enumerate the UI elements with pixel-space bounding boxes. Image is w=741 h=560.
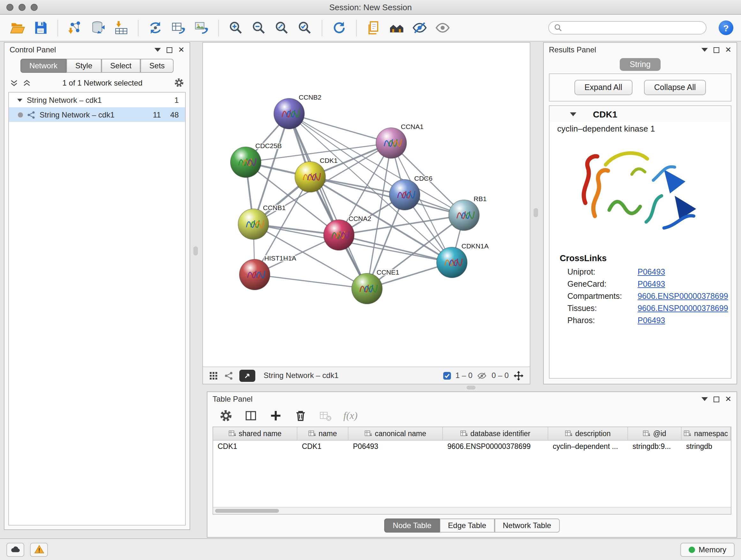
splitter-handle-left[interactable]	[193, 246, 198, 255]
network-options-gear-icon[interactable]	[174, 77, 185, 88]
results-panel-float-icon[interactable]	[701, 48, 708, 52]
close-window-button[interactable]	[6, 4, 13, 11]
expand-all-button[interactable]: Expand All	[575, 80, 632, 95]
cell-id[interactable]: stringdb:9...	[628, 441, 682, 453]
horizontal-scrollbar[interactable]	[213, 507, 731, 514]
zoom-in-button[interactable]	[226, 18, 246, 38]
cell-canonical-name[interactable]: P06493	[348, 441, 443, 453]
control-panel-maximize-icon[interactable]	[166, 47, 172, 53]
minimize-window-button[interactable]	[18, 4, 25, 11]
import-network-file-button[interactable]	[65, 18, 85, 38]
table-panel-close-icon[interactable]: ✕	[725, 395, 731, 403]
zoom-fit-button[interactable]	[272, 18, 292, 38]
edge-CCNE1-HIST1H1A[interactable]	[255, 274, 367, 289]
tab-style[interactable]: Style	[66, 59, 101, 73]
cell-shared-name[interactable]: CDK1	[213, 441, 297, 453]
edge-CCNB2-CCNA1[interactable]	[289, 114, 391, 143]
show-columns-icon[interactable]	[244, 409, 258, 423]
crosslink-compartments-link[interactable]: 9606.ENSP00000378699	[637, 292, 728, 300]
add-column-plus-icon[interactable]	[269, 409, 283, 423]
search-field[interactable]	[548, 21, 706, 35]
zoom-window-button[interactable]	[30, 4, 38, 11]
column-header[interactable]: description	[548, 427, 628, 440]
birdseye-view-button[interactable]	[239, 369, 255, 381]
import-table-button[interactable]	[111, 18, 131, 38]
expand-all-icon[interactable]	[10, 78, 18, 87]
tab-sets[interactable]: Sets	[140, 59, 174, 73]
tab-select[interactable]: Select	[101, 59, 140, 73]
node-CDC25B[interactable]	[230, 147, 261, 178]
export-image-button[interactable]	[192, 18, 211, 38]
control-panel-close-icon[interactable]: ✕	[178, 46, 185, 54]
column-header[interactable]: canonical name	[348, 427, 443, 440]
cell-database-identifier[interactable]: 9606.ENSP00000378699	[443, 441, 548, 453]
zoom-selected-button[interactable]	[295, 18, 315, 38]
node-CCNB1[interactable]	[238, 209, 269, 240]
open-session-button[interactable]	[8, 18, 27, 38]
zoom-out-button[interactable]	[249, 18, 269, 38]
cloud-status-button[interactable]	[6, 543, 24, 557]
node-CCNB2[interactable]	[274, 98, 305, 129]
crosslink-uniprot-link[interactable]: P06493	[637, 267, 665, 276]
show-details-button[interactable]	[433, 18, 453, 38]
scrollbar-thumb[interactable]	[215, 509, 279, 513]
node-CDK1[interactable]	[295, 162, 326, 192]
grid-view-icon[interactable]	[209, 371, 218, 380]
home-button[interactable]	[387, 18, 407, 38]
column-header[interactable]: namespac	[682, 427, 731, 440]
delete-column-trash-icon[interactable]	[293, 409, 308, 423]
crosslink-pharos-link[interactable]: P06493	[637, 316, 665, 325]
refresh-button[interactable]	[329, 18, 349, 38]
table-panel-float-icon[interactable]	[701, 397, 708, 401]
crosslink-genecard-link[interactable]: P06493	[637, 279, 665, 288]
hide-details-button[interactable]	[410, 18, 429, 38]
crosslink-tissues-link[interactable]: 9606.ENSP00000378699	[637, 304, 728, 313]
node-RB1[interactable]	[449, 200, 479, 231]
node-HIST1H1A[interactable]	[239, 259, 270, 290]
cell-name[interactable]: CDK1	[297, 441, 348, 453]
node-CDKN1A[interactable]	[436, 247, 467, 278]
column-header[interactable]: name	[297, 427, 348, 440]
results-panel-maximize-icon[interactable]	[714, 47, 719, 53]
help-button[interactable]: ?	[719, 20, 733, 35]
pan-move-icon[interactable]	[513, 370, 524, 381]
selected-checkbox-icon[interactable]	[443, 371, 451, 380]
document-copy-button[interactable]	[364, 18, 384, 38]
network-row[interactable]: String Network – cdk1 11 48	[9, 107, 185, 122]
tab-network[interactable]: Network	[20, 59, 66, 73]
tab-edge-table[interactable]: Edge Table	[440, 518, 495, 533]
control-panel-float-icon[interactable]	[154, 48, 161, 52]
tab-network-table[interactable]: Network Table	[495, 518, 560, 533]
collapse-all-icon[interactable]	[22, 78, 31, 87]
save-session-button[interactable]	[30, 18, 51, 38]
share-network-icon[interactable]	[224, 371, 233, 380]
network-view[interactable]: CCNB2CCNA1CDC25BCDK1CDC6RB1CCNB1CCNA2CDK…	[202, 42, 530, 384]
network-canvas[interactable]: CCNB2CCNA1CDC25BCDK1CDC6RB1CCNB1CCNA2CDK…	[203, 43, 530, 367]
new-network-from-selection-button[interactable]	[145, 18, 165, 38]
collection-expander-icon[interactable]	[17, 98, 22, 102]
tab-node-table[interactable]: Node Table	[385, 518, 440, 533]
column-header[interactable]: database identifier	[443, 427, 548, 440]
edge-CCNB2-CCNE1[interactable]	[289, 114, 367, 289]
warnings-button[interactable]	[30, 543, 48, 557]
node-CCNA1[interactable]	[376, 128, 407, 159]
results-panel-close-icon[interactable]: ✕	[725, 46, 731, 54]
table-row[interactable]: CDK1 CDK1 P06493 9606.ENSP00000378699 cy…	[213, 441, 731, 453]
node-CDC6[interactable]	[389, 179, 420, 210]
network-collection-row[interactable]: String Network – cdk1 1	[9, 92, 185, 107]
memory-button[interactable]: Memory	[680, 543, 735, 557]
cell-namespace[interactable]: stringdb	[682, 441, 731, 453]
export-table-button[interactable]	[169, 18, 188, 38]
cell-description[interactable]: cyclin–dependent ...	[548, 441, 628, 453]
import-network-database-button[interactable]	[88, 18, 108, 38]
column-header[interactable]: @id	[628, 427, 682, 440]
collapse-all-button[interactable]: Collapse All	[644, 80, 706, 95]
search-input[interactable]	[565, 23, 701, 32]
node-CCNE1[interactable]	[352, 273, 382, 304]
splitter-handle-right[interactable]	[534, 208, 538, 217]
gene-header-row[interactable]: CDK1	[549, 106, 731, 122]
node-CCNA2[interactable]	[324, 220, 354, 250]
gene-collapse-icon[interactable]	[570, 112, 576, 116]
function-builder-button[interactable]: f(x)	[343, 410, 357, 422]
tab-string[interactable]: String	[619, 58, 661, 71]
